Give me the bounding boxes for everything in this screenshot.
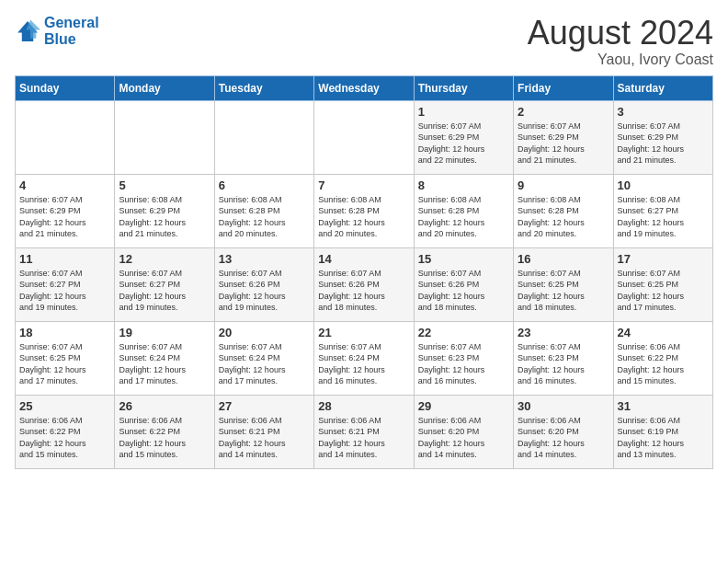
day-number: 31 <box>618 399 709 413</box>
page-header: General Blue August 2024 Yaou, Ivory Coa… <box>15 15 713 68</box>
calendar-cell <box>115 100 214 174</box>
day-info: Sunrise: 6:07 AM Sunset: 6:26 PM Dayligh… <box>418 268 509 314</box>
month-year: August 2024 <box>528 15 713 52</box>
day-number: 1 <box>418 105 509 119</box>
calendar-cell: 16Sunrise: 6:07 AM Sunset: 6:25 PM Dayli… <box>514 247 613 321</box>
logo: General Blue <box>15 15 99 47</box>
calendar-cell <box>314 100 414 174</box>
day-info: Sunrise: 6:06 AM Sunset: 6:22 PM Dayligh… <box>618 341 709 387</box>
calendar-cell: 19Sunrise: 6:07 AM Sunset: 6:24 PM Dayli… <box>115 321 214 395</box>
calendar-week-row: 25Sunrise: 6:06 AM Sunset: 6:22 PM Dayli… <box>16 395 713 468</box>
day-number: 30 <box>518 399 609 413</box>
day-number: 20 <box>219 326 310 339</box>
calendar-cell: 3Sunrise: 6:07 AM Sunset: 6:29 PM Daylig… <box>613 100 712 174</box>
calendar-cell <box>214 100 313 174</box>
calendar-cell: 28Sunrise: 6:06 AM Sunset: 6:21 PM Dayli… <box>314 395 414 468</box>
calendar-week-row: 4Sunrise: 6:07 AM Sunset: 6:29 PM Daylig… <box>16 174 713 247</box>
calendar-cell: 23Sunrise: 6:07 AM Sunset: 6:23 PM Dayli… <box>514 321 613 395</box>
calendar-cell: 24Sunrise: 6:06 AM Sunset: 6:22 PM Dayli… <box>613 321 712 395</box>
calendar-cell: 5Sunrise: 6:08 AM Sunset: 6:29 PM Daylig… <box>115 174 214 247</box>
day-info: Sunrise: 6:07 AM Sunset: 6:25 PM Dayligh… <box>618 268 709 314</box>
day-info: Sunrise: 6:08 AM Sunset: 6:28 PM Dayligh… <box>219 194 310 240</box>
day-info: Sunrise: 6:07 AM Sunset: 6:24 PM Dayligh… <box>119 341 210 387</box>
day-number: 3 <box>618 105 709 119</box>
calendar-cell: 13Sunrise: 6:07 AM Sunset: 6:26 PM Dayli… <box>214 247 313 321</box>
calendar-cell: 27Sunrise: 6:06 AM Sunset: 6:21 PM Dayli… <box>214 395 313 468</box>
day-number: 17 <box>618 252 709 266</box>
calendar-week-row: 18Sunrise: 6:07 AM Sunset: 6:25 PM Dayli… <box>16 321 713 395</box>
calendar-cell: 4Sunrise: 6:07 AM Sunset: 6:29 PM Daylig… <box>16 174 115 247</box>
day-info: Sunrise: 6:08 AM Sunset: 6:28 PM Dayligh… <box>518 194 609 240</box>
calendar-cell: 12Sunrise: 6:07 AM Sunset: 6:27 PM Dayli… <box>115 247 214 321</box>
day-info: Sunrise: 6:07 AM Sunset: 6:27 PM Dayligh… <box>119 268 210 314</box>
day-info: Sunrise: 6:06 AM Sunset: 6:20 PM Dayligh… <box>518 415 609 461</box>
calendar-cell: 17Sunrise: 6:07 AM Sunset: 6:25 PM Dayli… <box>613 247 712 321</box>
day-info: Sunrise: 6:07 AM Sunset: 6:24 PM Dayligh… <box>318 341 409 387</box>
day-number: 11 <box>19 252 110 266</box>
calendar-cell: 21Sunrise: 6:07 AM Sunset: 6:24 PM Dayli… <box>314 321 414 395</box>
day-info: Sunrise: 6:07 AM Sunset: 6:27 PM Dayligh… <box>19 268 110 314</box>
day-number: 23 <box>518 326 609 339</box>
day-number: 25 <box>19 399 110 413</box>
day-info: Sunrise: 6:07 AM Sunset: 6:29 PM Dayligh… <box>518 121 609 167</box>
calendar-cell: 14Sunrise: 6:07 AM Sunset: 6:26 PM Dayli… <box>314 247 414 321</box>
day-number: 24 <box>618 326 709 339</box>
day-info: Sunrise: 6:07 AM Sunset: 6:26 PM Dayligh… <box>318 268 409 314</box>
day-number: 6 <box>219 178 310 192</box>
day-info: Sunrise: 6:06 AM Sunset: 6:22 PM Dayligh… <box>19 415 110 461</box>
calendar-cell: 2Sunrise: 6:07 AM Sunset: 6:29 PM Daylig… <box>514 100 613 174</box>
day-number: 16 <box>518 252 609 266</box>
day-number: 26 <box>119 399 210 413</box>
calendar-cell: 15Sunrise: 6:07 AM Sunset: 6:26 PM Dayli… <box>414 247 513 321</box>
day-of-week-header: Tuesday <box>214 75 313 100</box>
day-number: 10 <box>618 178 709 192</box>
day-info: Sunrise: 6:06 AM Sunset: 6:21 PM Dayligh… <box>318 415 409 461</box>
day-info: Sunrise: 6:07 AM Sunset: 6:29 PM Dayligh… <box>618 121 709 167</box>
logo-text: General Blue <box>44 15 99 47</box>
title-block: August 2024 Yaou, Ivory Coast <box>528 15 713 68</box>
day-of-week-header: Sunday <box>16 75 115 100</box>
day-number: 15 <box>418 252 509 266</box>
day-number: 22 <box>418 326 509 339</box>
calendar-cell: 11Sunrise: 6:07 AM Sunset: 6:27 PM Dayli… <box>16 247 115 321</box>
calendar-cell: 29Sunrise: 6:06 AM Sunset: 6:20 PM Dayli… <box>414 395 513 468</box>
day-number: 12 <box>119 252 210 266</box>
day-info: Sunrise: 6:06 AM Sunset: 6:20 PM Dayligh… <box>418 415 509 461</box>
calendar-week-row: 11Sunrise: 6:07 AM Sunset: 6:27 PM Dayli… <box>16 247 713 321</box>
calendar-cell: 26Sunrise: 6:06 AM Sunset: 6:22 PM Dayli… <box>115 395 214 468</box>
day-number: 5 <box>119 178 210 192</box>
day-of-week-header: Wednesday <box>314 75 414 100</box>
day-info: Sunrise: 6:07 AM Sunset: 6:29 PM Dayligh… <box>19 194 110 240</box>
calendar-cell: 25Sunrise: 6:06 AM Sunset: 6:22 PM Dayli… <box>16 395 115 468</box>
day-number: 27 <box>219 399 310 413</box>
calendar-week-row: 1Sunrise: 6:07 AM Sunset: 6:29 PM Daylig… <box>16 100 713 174</box>
day-info: Sunrise: 6:07 AM Sunset: 6:24 PM Dayligh… <box>219 341 310 387</box>
day-info: Sunrise: 6:07 AM Sunset: 6:25 PM Dayligh… <box>19 341 110 387</box>
day-number: 13 <box>219 252 310 266</box>
day-info: Sunrise: 6:07 AM Sunset: 6:23 PM Dayligh… <box>418 341 509 387</box>
day-info: Sunrise: 6:08 AM Sunset: 6:29 PM Dayligh… <box>119 194 210 240</box>
day-number: 28 <box>318 399 409 413</box>
calendar-cell: 20Sunrise: 6:07 AM Sunset: 6:24 PM Dayli… <box>214 321 313 395</box>
calendar-cell: 8Sunrise: 6:08 AM Sunset: 6:28 PM Daylig… <box>414 174 513 247</box>
day-of-week-header: Saturday <box>613 75 712 100</box>
calendar-cell: 10Sunrise: 6:08 AM Sunset: 6:27 PM Dayli… <box>613 174 712 247</box>
day-info: Sunrise: 6:06 AM Sunset: 6:21 PM Dayligh… <box>219 415 310 461</box>
day-number: 14 <box>318 252 409 266</box>
calendar-cell: 22Sunrise: 6:07 AM Sunset: 6:23 PM Dayli… <box>414 321 513 395</box>
calendar-cell: 9Sunrise: 6:08 AM Sunset: 6:28 PM Daylig… <box>514 174 613 247</box>
day-of-week-header: Monday <box>115 75 214 100</box>
location: Yaou, Ivory Coast <box>528 52 713 68</box>
day-number: 8 <box>418 178 509 192</box>
day-info: Sunrise: 6:08 AM Sunset: 6:28 PM Dayligh… <box>418 194 509 240</box>
day-number: 29 <box>418 399 509 413</box>
calendar-table: SundayMondayTuesdayWednesdayThursdayFrid… <box>15 75 713 469</box>
calendar-cell: 31Sunrise: 6:06 AM Sunset: 6:19 PM Dayli… <box>613 395 712 468</box>
day-of-week-header: Thursday <box>414 75 513 100</box>
day-info: Sunrise: 6:08 AM Sunset: 6:28 PM Dayligh… <box>318 194 409 240</box>
calendar-cell: 18Sunrise: 6:07 AM Sunset: 6:25 PM Dayli… <box>16 321 115 395</box>
day-number: 19 <box>119 326 210 339</box>
calendar-cell: 7Sunrise: 6:08 AM Sunset: 6:28 PM Daylig… <box>314 174 414 247</box>
day-info: Sunrise: 6:07 AM Sunset: 6:26 PM Dayligh… <box>219 268 310 314</box>
day-info: Sunrise: 6:06 AM Sunset: 6:22 PM Dayligh… <box>119 415 210 461</box>
